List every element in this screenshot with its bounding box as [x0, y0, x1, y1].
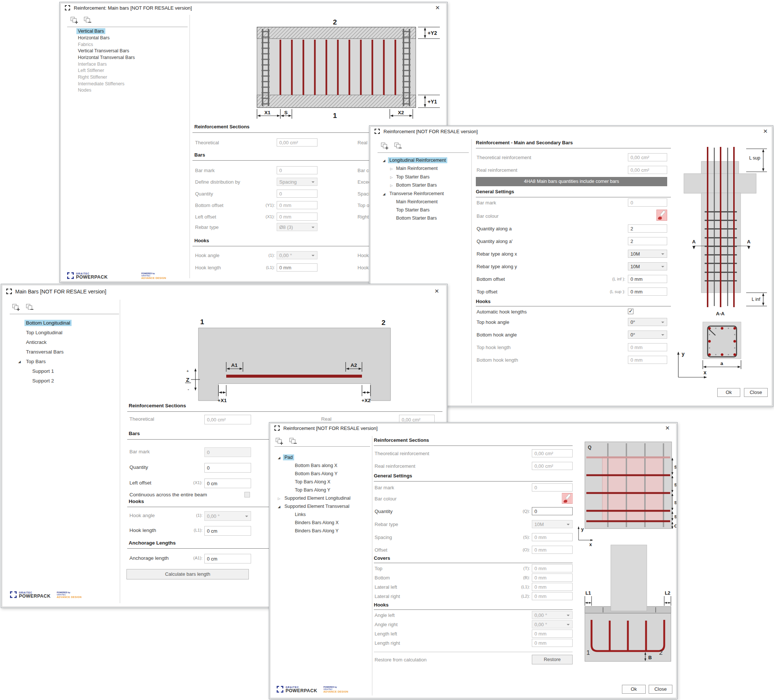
theoretical-value[interactable]: 0,00 cm² [277, 138, 318, 147]
bar-mark-input[interactable]: 0 [277, 166, 318, 174]
tree-item-longitudinal-reinforcement[interactable]: Longitudinal Reinforcement [388, 157, 447, 163]
collapsed-icon[interactable]: ▷ [390, 167, 393, 170]
copy-remove-icon[interactable] [394, 142, 402, 149]
length-left-input[interactable]: 0 mm [532, 629, 572, 638]
top-hook-angle-dropdown[interactable]: 0° [628, 318, 667, 326]
bottom-offset-input[interactable]: 0 mm [277, 201, 318, 209]
sidebar-item-top-longitudinal[interactable]: Top Longitudinal [25, 329, 64, 336]
real-reinforcement-value[interactable]: 0,00 cm² [532, 462, 572, 470]
sidebar-item-bottom-longitudinal[interactable]: Bottom Longitudinal [25, 320, 71, 326]
hook-angle-dropdown[interactable]: 0,00 ° [204, 511, 251, 521]
close-icon[interactable]: ✕ [665, 425, 670, 431]
sidebar-item-horizontal-bars[interactable]: Horizontal Bars [76, 35, 111, 41]
theoretical-reinforcement-value[interactable]: 0,00 cm² [628, 153, 667, 161]
automatic-hook-lengths-checkbox[interactable] [628, 309, 633, 314]
bottom-hook-angle-dropdown[interactable]: 0° [628, 331, 667, 339]
expanded-icon[interactable]: ◢ [383, 159, 385, 162]
sidebar-item-fabrics[interactable]: Fabrics [76, 41, 94, 48]
bar-mark-input[interactable]: 0 [628, 199, 667, 207]
tree-item-transverse-reinforcement[interactable]: Transverse Reinforcement [388, 191, 445, 197]
tree-item-top-starter-bars[interactable]: Top Starter Bars [395, 174, 431, 180]
hook-length-input[interactable]: 0 mm [277, 263, 318, 271]
bar-mark-input[interactable]: 0 [204, 447, 251, 457]
cover-bottom-input[interactable]: 0 mm [532, 574, 572, 582]
sidebar-item-support-2[interactable]: Support 2 [31, 377, 56, 384]
copy-remove-icon[interactable] [26, 303, 34, 311]
collapsed-icon[interactable]: ▷ [390, 175, 393, 179]
angle-right-dropdown[interactable]: 0,00 ° [532, 620, 572, 629]
hook-length-input[interactable]: 0 cm [204, 526, 251, 536]
continuous-checkbox[interactable] [245, 492, 250, 498]
tree-item-supported-element-longitudinal[interactable]: Supported Element Longitudinal [283, 495, 352, 501]
collapsed-icon[interactable]: ▷ [390, 184, 393, 187]
quantity-input[interactable]: 0 [532, 507, 572, 515]
quantity-along-a2-input[interactable]: 2 [628, 237, 667, 245]
top-offset-input[interactable]: 0 mm [628, 288, 667, 296]
angle-left-dropdown[interactable]: 0,00 ° [532, 611, 572, 619]
left-offset-input[interactable]: 0 cm [204, 478, 251, 488]
sidebar-item-support-1[interactable]: Support 1 [31, 368, 56, 374]
collapsed-icon[interactable]: ▷ [278, 497, 280, 500]
lateral-left-input[interactable]: 0 mm [532, 583, 572, 591]
theoretical-reinforcement-value[interactable]: 0,00 cm² [532, 449, 572, 457]
close-button[interactable]: Close [744, 388, 768, 397]
copy-add-icon[interactable] [12, 303, 20, 311]
sidebar-item-intermediate-stiffeners[interactable]: Intermediate Stiffeners [76, 81, 126, 87]
copy-add-icon[interactable] [70, 17, 78, 24]
sidebar-item-nodes[interactable]: Nodes [76, 87, 93, 93]
bar-colour-button[interactable] [562, 493, 572, 504]
sidebar-item-right-stiffener[interactable]: Right Stiffener [76, 74, 109, 80]
restore-button[interactable]: Restore [532, 655, 572, 664]
close-icon[interactable]: ✕ [435, 5, 440, 10]
sidebar-item-vertical-transversal-bars[interactable]: Vertical Transversal Bars [76, 48, 131, 54]
left-offset-input[interactable]: 0 mm [277, 213, 318, 221]
copy-remove-icon[interactable] [83, 17, 92, 24]
tree-item-bottom-starter-bars[interactable]: Bottom Starter Bars [395, 182, 438, 188]
lateral-right-input[interactable]: 0 mm [532, 592, 572, 600]
sidebar-item-transversal-bars[interactable]: Transversal Bars [25, 349, 65, 355]
copy-remove-icon[interactable] [289, 437, 297, 445]
expanded-icon[interactable]: ◢ [278, 505, 280, 509]
close-icon[interactable]: ✕ [434, 288, 439, 294]
expanded-icon[interactable]: ◢ [278, 456, 280, 460]
tree-item-bottom-bars-along-y[interactable]: Bottom Bars Along Y [293, 471, 339, 477]
sidebar-item-left-stiffener[interactable]: Left Stiffener [76, 68, 106, 73]
title-bar[interactable]: Main Bars [NOT FOR RESALE version] ✕ [1, 284, 447, 295]
tree-item-bottom-starter-bars-t[interactable]: Bottom Starter Bars [395, 215, 438, 221]
rebar-type-x-dropdown[interactable]: 10M [628, 250, 667, 258]
length-right-input[interactable]: 0 mm [532, 639, 572, 647]
sidebar-item-vertical-bars[interactable]: Vertical Bars [76, 28, 105, 34]
copy-add-icon[interactable] [275, 437, 283, 445]
distribution-dropdown[interactable]: Spacing [277, 178, 318, 186]
copy-add-icon[interactable] [380, 142, 389, 149]
bar-colour-button[interactable] [657, 210, 667, 221]
tree-item-main-reinforcement[interactable]: Main Reinforcement [395, 165, 439, 171]
anchorage-length-input[interactable]: 0 cm [204, 554, 251, 563]
tree-item-links[interactable]: Links [293, 511, 307, 518]
sidebar-item-anticrack[interactable]: Anticrack [25, 339, 48, 345]
tree-item-bottom-bars-along-x[interactable]: Bottom Bars along X [293, 463, 339, 468]
close-button[interactable]: Close [648, 685, 672, 694]
tree-item-pad[interactable]: Pad [283, 454, 294, 460]
tree-item-top-starter-bars-t[interactable]: Top Starter Bars [395, 207, 431, 213]
tree-item-top-bars-along-x[interactable]: Top Bars Along X [293, 479, 332, 485]
expanded-icon[interactable]: ◢ [18, 360, 21, 364]
quantity-input[interactable]: 0 [277, 190, 318, 198]
tree-item-binders-bars-along-y[interactable]: Binders Bars Along Y [293, 528, 340, 534]
rebar-type-y-dropdown[interactable]: 10M [628, 262, 667, 270]
calculate-bars-length-button[interactable]: Calculate bars length [126, 569, 249, 579]
quantity-along-a-input[interactable]: 2 [628, 224, 667, 233]
rebar-type-dropdown[interactable]: Ø8 (3) [277, 223, 318, 231]
spacing-input[interactable]: 0 mm [532, 533, 572, 541]
theoretical-value[interactable]: 0,00 cm² [204, 415, 251, 424]
sidebar-item-top-bars[interactable]: Top Bars [25, 358, 47, 365]
bar-mark-input[interactable]: 0 [532, 483, 572, 491]
sidebar-item-horizontal-transversal-bars[interactable]: Horizontal Transversal Bars [76, 55, 136, 60]
bottom-hook-length-input[interactable]: 0 mm [628, 356, 667, 364]
offset-input[interactable]: 0 mm [532, 546, 572, 554]
expanded-icon[interactable]: ◢ [383, 192, 385, 196]
tree-item-binders-bars-along-x[interactable]: Binders Bars Along X [293, 520, 340, 526]
bottom-offset-input[interactable]: 0 mm [628, 275, 667, 283]
real-reinforcement-value[interactable]: 0,00 cm² [628, 166, 667, 174]
sidebar-item-interface-bars[interactable]: Interface Bars [76, 61, 108, 67]
